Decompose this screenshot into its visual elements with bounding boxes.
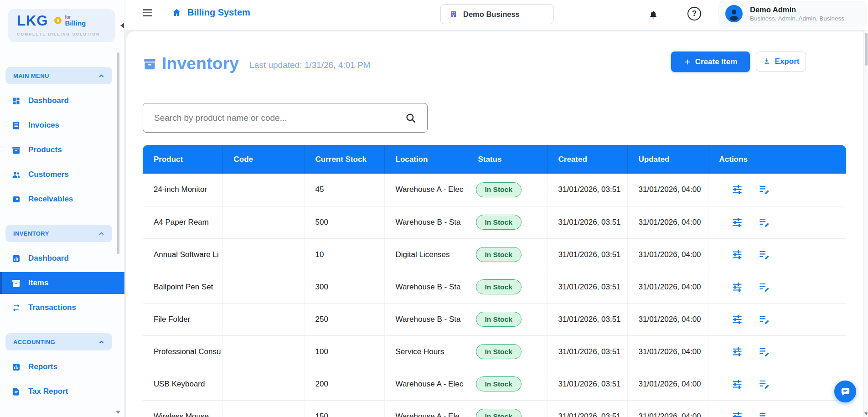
logo-card: LKG $ for Billing COMPLETE BILLING SOLUT… [8,9,115,42]
product-box-icon [11,145,21,155]
updated-cell: 31/01/2026, 04:00 [627,271,708,303]
page-scroll-down-arrow[interactable] [864,412,868,415]
tune-sliders-icon [731,411,743,417]
help-icon[interactable]: ? [687,7,701,21]
code-cell [222,271,304,303]
chevron-up-icon [98,72,105,79]
updated-cell: 31/01/2026, 04:00 [627,238,708,271]
code-cell [222,303,304,335]
sidebar: LKG $ for Billing COMPLETE BILLING SOLUT… [0,0,124,417]
edit-item-button[interactable] [758,281,770,293]
edit-note-icon [758,378,770,390]
adjust-stock-button[interactable] [731,281,743,293]
edit-item-button[interactable] [758,249,770,261]
search-input[interactable] [143,103,405,132]
adjust-stock-button[interactable] [731,184,743,196]
section-header-accounting[interactable]: ACCOUNTING [5,333,112,350]
table-row: USB Keyboard 200 Warehouse A - Elec In S… [143,368,846,400]
edit-item-button[interactable] [758,314,770,325]
status-cell: In Stock [467,335,547,368]
edit-item-button[interactable] [758,184,770,196]
edit-item-button[interactable] [758,216,770,228]
page-scrollbar-thumb[interactable] [865,33,868,66]
export-button[interactable]: Export [756,51,806,72]
actions-cell [708,303,846,335]
product-cell: Professional Consu [143,335,222,368]
sidebar-item-receivables[interactable]: Receivables [0,189,124,209]
edit-note-icon [758,411,770,417]
location-cell: Warehouse A - Ele [384,400,467,417]
product-cell: 24-inch Monitor [143,174,222,206]
sidebar-item-customers[interactable]: Customers [0,165,124,185]
inventory-table: Product Code Current Stock Location Stat… [143,145,846,417]
code-cell [222,206,304,238]
coin-dollar-icon: $ [54,17,62,24]
edit-item-button[interactable] [758,346,770,358]
sidebar-collapse-chevron-icon[interactable] [120,23,124,28]
status-cell: In Stock [467,238,547,271]
table-header-row: Product Code Current Stock Location Stat… [143,145,846,174]
sidebar-item-transactions[interactable]: Transactions [0,298,124,318]
updated-cell: 31/01/2026, 04:00 [627,206,708,238]
sidebar-item-items[interactable]: Items [0,272,124,294]
adjust-stock-button[interactable] [731,378,743,390]
code-cell [222,335,304,368]
adjust-stock-button[interactable] [731,216,743,228]
status-badge: In Stock [476,376,522,391]
sidebar-item-label: Invoices [28,121,59,130]
column-header-updated: Updated [627,145,708,174]
column-header-actions: Actions [708,145,846,174]
section-header-main-menu[interactable]: MAIN MENU [5,67,112,84]
sidebar-item-label: Customers [28,170,69,179]
page-scrollbar[interactable] [863,31,868,417]
sidebar-item-dashboard[interactable]: Dashboard [0,91,124,111]
sidebar-item-reports[interactable]: Reports [0,357,124,377]
inventory-box-icon [143,57,157,71]
create-item-button[interactable]: Create Item [671,51,750,72]
business-selector[interactable]: Demo Business [440,4,554,24]
product-cell: USB Keyboard [143,368,222,400]
items-box-icon [11,278,21,288]
building-icon [450,10,457,18]
notification-bell-icon[interactable] [648,10,658,21]
adjust-stock-button[interactable] [731,411,743,417]
tax-report-document-icon [11,387,21,396]
sidebar-item-products[interactable]: Products [0,140,124,160]
hamburger-menu-icon[interactable] [143,9,152,16]
user-avatar [725,5,743,22]
actions-cell [708,174,846,206]
location-cell: Digital Licenses [384,238,467,271]
chevron-up-icon [98,230,105,237]
status-badge: In Stock [476,279,522,294]
sidebar-item-label: Dashboard [28,254,69,263]
sidebar-item-inventory-dashboard[interactable]: Dashboard [0,248,124,268]
status-badge: In Stock [476,182,522,197]
stock-cell: 45 [304,174,384,206]
chat-fab-button[interactable] [834,381,856,402]
app-home-link[interactable]: Billing System [172,7,250,18]
sidebar-item-invoices[interactable]: Invoices [0,115,124,135]
status-badge: In Stock [476,247,522,262]
chat-bubble-icon [840,386,851,397]
product-cell: File Folder [143,303,222,335]
sidebar-scrollbar-thumb[interactable] [117,52,119,254]
sidebar-item-tax-report[interactable]: Tax Report [0,381,124,402]
adjust-stock-button[interactable] [731,249,743,261]
column-header-current-stock: Current Stock [304,145,384,174]
adjust-stock-button[interactable] [731,346,743,358]
edit-item-button[interactable] [758,378,770,390]
edit-item-button[interactable] [758,411,770,417]
updated-cell: 31/01/2026, 04:00 [627,400,708,417]
user-profile-menu[interactable]: Demo Admin Business, Admin, Admin, Busin… [718,1,867,26]
status-badge: In Stock [476,312,522,327]
section-header-inventory[interactable]: INVENTORY [5,225,112,242]
search-icon[interactable] [405,112,417,124]
page-title: Inventory [162,54,239,73]
adjust-stock-button[interactable] [731,314,743,325]
actions-cell [708,238,846,271]
actions-cell [708,271,846,303]
created-cell: 31/01/2026, 03:51 [547,238,627,271]
status-cell: In Stock [467,206,547,238]
sidebar-scroll-down-arrow[interactable] [116,411,120,414]
customers-people-icon [11,170,21,180]
